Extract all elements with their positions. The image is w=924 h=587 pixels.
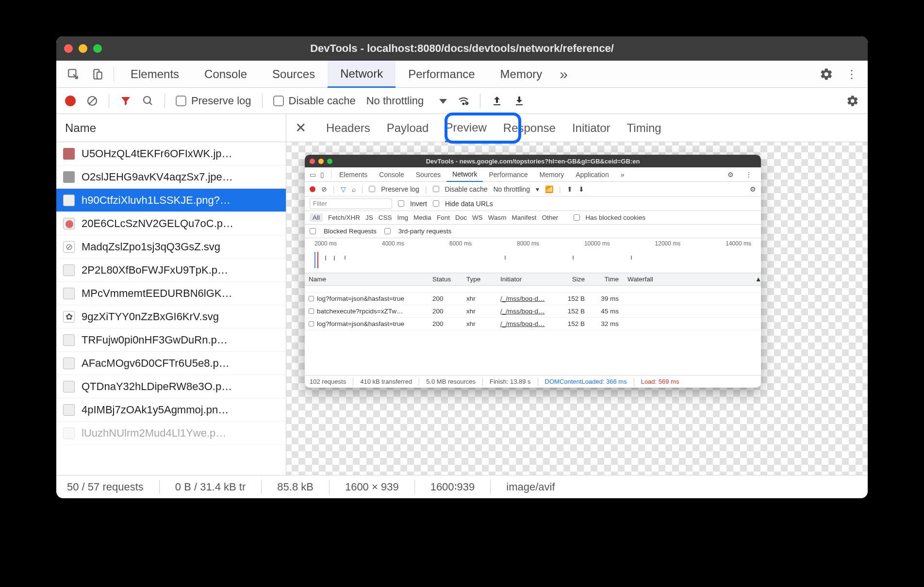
upload-har-icon[interactable]: [491, 95, 503, 107]
request-row[interactable]: U5OHzQL4tEKFr6OFIxWK.jp…: [56, 142, 286, 165]
name-column-header[interactable]: Name: [56, 114, 286, 142]
svg-line-4: [89, 98, 96, 104]
request-row[interactable]: TRFujw0pi0nHF3GwDuRn.p…: [56, 328, 286, 352]
mini-panel-tabs: ▭ ▯ Elements Console Sources Network Per…: [305, 167, 761, 182]
tab-initiator[interactable]: Initiator: [572, 114, 610, 142]
close-window-button[interactable]: [64, 44, 73, 53]
request-row[interactable]: lUuzhNUlrm2Mud4Ll1Ywe.p…: [56, 422, 286, 445]
settings-gear-icon[interactable]: [814, 61, 839, 87]
image-dimensions: 1600 × 939: [345, 481, 399, 493]
download-har-icon[interactable]: [513, 95, 525, 107]
tab-memory[interactable]: Memory: [488, 61, 555, 87]
device-toggle-icon[interactable]: [85, 61, 110, 87]
throttling-dropdown[interactable]: No throttling: [366, 95, 447, 107]
mime-type: image/avif: [506, 481, 555, 493]
mini-filter-input: Filter: [310, 198, 392, 209]
svg-point-7: [463, 103, 464, 104]
mini-tab-sources: Sources: [410, 167, 446, 181]
request-row[interactable]: AFacMOgv6D0CFTr6U5e8.p…: [56, 352, 286, 375]
preview-area: DevTools - news.google.com/topstories?hl…: [286, 142, 868, 475]
inspect-element-icon: ▭: [308, 167, 318, 181]
mini-tab-performance: Performance: [483, 167, 533, 181]
tab-console[interactable]: Console: [192, 61, 260, 87]
mini-tab-elements: Elements: [333, 167, 373, 181]
mini-status-bar: 102 requests 410 kB transferred 5.0 MB r…: [305, 375, 761, 388]
titlebar: DevTools - localhost:8080/docs/devtools/…: [56, 36, 868, 61]
close-detail-icon[interactable]: ✕: [295, 114, 310, 142]
device-toggle-icon: ▯: [318, 167, 329, 181]
svg-rect-9: [494, 104, 500, 105]
filter-funnel-icon: ▽: [341, 185, 346, 193]
tab-response[interactable]: Response: [503, 114, 556, 142]
resource-size: 85.8 kB: [277, 481, 314, 493]
mini-tab-memory: Memory: [534, 167, 570, 181]
kebab-menu-icon[interactable]: ⋮: [839, 61, 863, 87]
request-row[interactable]: MPcVmmemtEEDURBN6lGK…: [56, 282, 286, 305]
request-list: U5OHzQL4tEKFr6OFIxWK.jp… O2slJEHG9avKV4a…: [56, 142, 286, 475]
preserve-log-checkbox[interactable]: Preserve log: [176, 95, 251, 107]
mini-window-title: DevTools - news.google.com/topstories?hl…: [305, 158, 761, 165]
network-settings-gear-icon[interactable]: [846, 95, 859, 107]
mini-titlebar: DevTools - news.google.com/topstories?hl…: [305, 155, 761, 167]
mini-filter-types: All Fetch/XHRJSCSSImgMediaFontDocWSWasmM…: [305, 211, 761, 225]
tab-performance[interactable]: Performance: [396, 61, 487, 87]
window-title: DevTools - localhost:8080/docs/devtools/…: [56, 42, 868, 55]
mini-tab-application: Application: [570, 167, 615, 181]
tab-headers[interactable]: Headers: [326, 114, 370, 142]
request-row[interactable]: 20E6CLcSzNV2GELQu7oC.p…: [56, 212, 286, 235]
svg-rect-10: [516, 104, 523, 105]
download-icon: ⬇: [578, 185, 584, 193]
status-bar: 50 / 57 requests 0 B / 31.4 kB tr 85.8 k…: [56, 475, 868, 498]
disable-cache-checkbox[interactable]: Disable cache: [273, 95, 356, 107]
mini-timeline: 2000 ms4000 ms6000 ms8000 ms10000 ms1200…: [305, 238, 761, 273]
network-toolbar: Preserve log Disable cache No throttling: [56, 88, 868, 114]
image-aspect: 1600∶939: [430, 481, 475, 493]
tab-sources[interactable]: Sources: [260, 61, 328, 87]
request-row[interactable]: ✿9gzXiTYY0nZzBxGI6KrV.svg: [56, 305, 286, 328]
minimize-window-button[interactable]: [79, 44, 87, 53]
request-row[interactable]: O2slJEHG9avKV4aqzSx7.jpe…: [56, 165, 286, 189]
tab-elements[interactable]: Elements: [118, 61, 192, 87]
mini-toolbar: ⊘ | ▽ ⌕ | Preserve log | Disable cache N…: [305, 182, 761, 196]
detail-pane: ✕ Headers Payload Preview Response Initi…: [286, 114, 868, 475]
tab-preview[interactable]: Preview: [445, 114, 486, 142]
clear-icon: ⊘: [321, 185, 327, 193]
request-row[interactable]: 4pIMBj7zOAk1y5Agmmoj.pn…: [56, 398, 286, 422]
tab-timing[interactable]: Timing: [627, 114, 661, 142]
clear-icon[interactable]: [86, 95, 98, 107]
filter-funnel-icon[interactable]: [120, 95, 132, 107]
record-button[interactable]: [65, 96, 76, 106]
disable-cache-label: Disable cache: [289, 95, 356, 107]
maximize-window-button[interactable]: [93, 44, 102, 53]
preview-image: DevTools - news.google.com/topstories?hl…: [305, 155, 761, 388]
mini-blocked-row: Blocked Requests 3rd-party requests: [305, 225, 761, 238]
request-row[interactable]: QTDnaY32hLDipeRW8e3O.p…: [56, 375, 286, 398]
search-icon[interactable]: [142, 95, 154, 107]
mini-filter-row: Filter Invert Hide data URLs: [305, 196, 761, 211]
record-icon: [310, 186, 315, 192]
svg-rect-2: [97, 72, 102, 79]
inspect-element-icon[interactable]: [61, 61, 85, 87]
wifi-icon: 📶: [545, 185, 553, 193]
kebab-menu-icon: ⋮: [740, 167, 758, 181]
network-conditions-icon[interactable]: [458, 95, 469, 107]
tab-network[interactable]: Network: [328, 61, 396, 88]
request-row[interactable]: 2P2L80XfBoFWJFxU9TpK.p…: [56, 259, 286, 282]
tab-payload[interactable]: Payload: [387, 114, 429, 142]
panel-tabs: Elements Console Sources Network Perform…: [56, 61, 868, 88]
transferred-size: 0 B / 31.4 kB tr: [175, 481, 246, 493]
svg-point-5: [144, 97, 150, 103]
mini-tab-network: Network: [446, 167, 483, 182]
mini-request-table: NameStatusTypeInitiatorSizeTimeWaterfall…: [305, 273, 761, 330]
mini-preserve-log: Preserve log: [381, 185, 419, 193]
request-row-selected[interactable]: h90CtfziXluvh1LSSKJE.png?…: [56, 189, 286, 212]
requests-count: 50 / 57 requests: [67, 481, 144, 493]
more-tabs-chevron-icon: »: [615, 167, 630, 181]
preserve-log-label: Preserve log: [191, 95, 251, 107]
request-row[interactable]: ⊘MadqZslZpo1sj3qQ3GsZ.svg: [56, 235, 286, 259]
more-tabs-chevron-icon[interactable]: »: [560, 61, 568, 87]
gear-icon: ⚙: [722, 167, 740, 181]
gear-icon: ⚙: [750, 185, 756, 193]
requests-sidebar: Name U5OHzQL4tEKFr6OFIxWK.jp… O2slJEHG9a…: [56, 114, 286, 475]
mini-hide-urls: Hide data URLs: [445, 200, 493, 208]
